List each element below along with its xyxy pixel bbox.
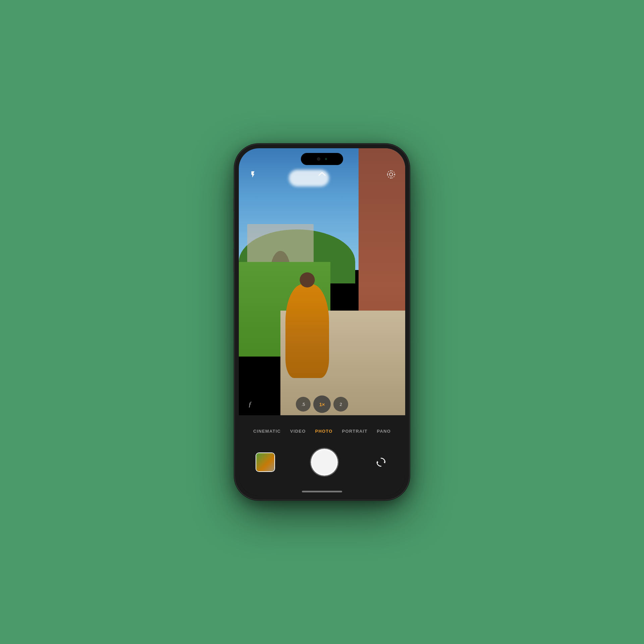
volume-up-button[interactable]	[233, 218, 235, 242]
bottom-controls: CINEMATIC VIDEO PHOTO PORTRAIT PANO	[239, 415, 405, 496]
svg-point-1	[389, 173, 393, 176]
zoom-1x-button[interactable]: 1×	[313, 395, 331, 413]
shutter-button[interactable]	[311, 449, 338, 476]
live-photo-icon	[387, 170, 395, 179]
flip-camera-icon	[375, 456, 387, 468]
mode-portrait[interactable]: PORTRAIT	[342, 429, 368, 434]
mode-video[interactable]: VIDEO	[290, 429, 306, 434]
phone-screen: ƒ .5 1× 2 CINEMATIC VIDEO PHOTO PORTRAIT…	[239, 148, 405, 496]
power-button[interactable]	[409, 211, 411, 241]
photo-thumbnail[interactable]	[256, 452, 275, 472]
svg-point-0	[387, 171, 395, 178]
home-indicator	[302, 491, 342, 492]
chevron-up-icon	[318, 171, 326, 177]
expand-controls-button[interactable]	[318, 171, 326, 178]
mode-pano[interactable]: PANO	[377, 429, 391, 434]
mode-photo[interactable]: PHOTO	[315, 429, 333, 434]
top-controls-bar	[239, 168, 405, 180]
flash-icon	[249, 171, 257, 178]
mute-button[interactable]	[233, 198, 235, 212]
flash-button[interactable]	[247, 168, 259, 180]
flip-camera-button[interactable]	[374, 455, 388, 470]
person-subject	[285, 284, 329, 378]
phone: ƒ .5 1× 2 CINEMATIC VIDEO PHOTO PORTRAIT…	[235, 144, 409, 500]
viewfinder[interactable]	[239, 148, 405, 419]
live-photo-button[interactable]	[385, 168, 397, 180]
zoom-0.5-button[interactable]: .5	[296, 397, 311, 412]
svg-marker-6	[384, 461, 385, 464]
thumbnail-image	[256, 453, 274, 471]
zoom-controls: ƒ .5 1× 2	[239, 396, 405, 413]
zoom-2x-button[interactable]: 2	[333, 397, 348, 412]
front-camera	[317, 157, 320, 161]
svg-marker-7	[377, 461, 378, 464]
face-id-dot	[325, 158, 327, 160]
person-head	[300, 272, 315, 287]
dynamic-island	[301, 153, 343, 165]
volume-down-button[interactable]	[233, 248, 235, 272]
person-body	[285, 284, 329, 378]
mode-cinematic[interactable]: CINEMATIC	[253, 429, 281, 434]
camera-mode-strip: CINEMATIC VIDEO PHOTO PORTRAIT PANO	[239, 429, 405, 434]
aperture-indicator: ƒ	[248, 400, 252, 409]
shutter-row	[239, 449, 405, 476]
